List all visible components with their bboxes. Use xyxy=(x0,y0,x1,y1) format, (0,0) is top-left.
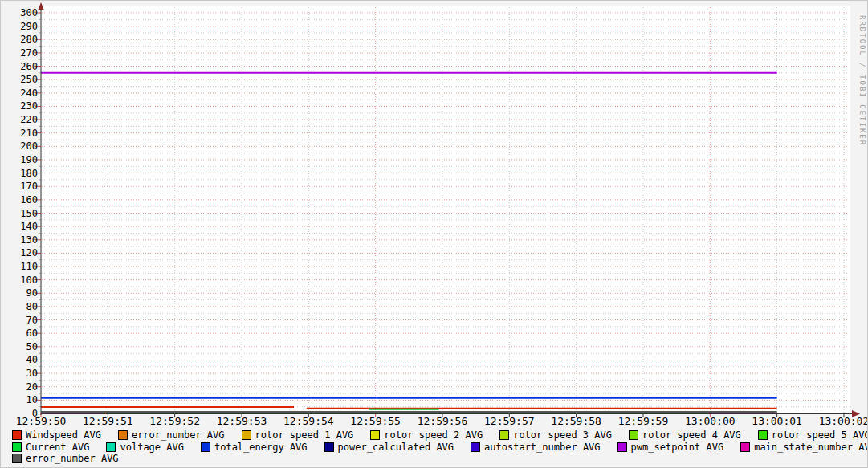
y-axis-label: 110 xyxy=(20,261,38,272)
legend-swatch-icon xyxy=(324,442,334,452)
y-axis-label: 180 xyxy=(20,168,38,179)
legend-swatch-icon xyxy=(12,442,22,452)
legend-label: Current AVG xyxy=(26,442,89,453)
legend-label: main_state_number AVG xyxy=(754,442,868,453)
y-axis-label: 50 xyxy=(26,341,38,352)
legend-swatch-icon xyxy=(471,442,480,452)
y-axis-label: 130 xyxy=(20,234,38,246)
y-axis-label: 290 xyxy=(20,21,38,32)
y-axis-label: 100 xyxy=(20,275,38,286)
x-axis-label: 12:59:57 xyxy=(484,415,535,427)
legend-item: error_number AVG xyxy=(12,453,119,464)
y-axis-label: 140 xyxy=(20,221,38,232)
legend-item: voltage AVG xyxy=(106,442,183,453)
legend-item: rotor speed 2 AVG xyxy=(370,429,483,441)
rrdtool-watermark: RRDTOOL / TOBI OETIKER xyxy=(858,15,866,146)
x-axis-label: 12:59:56 xyxy=(418,415,468,427)
legend-item: rotor speed 1 AVG xyxy=(242,429,354,441)
y-axis-label: 270 xyxy=(20,47,38,59)
y-axis-label: 20 xyxy=(26,381,38,393)
y-axis-label: 60 xyxy=(26,328,38,339)
legend-label: rotor speed 2 AVG xyxy=(384,429,483,441)
y-axis-label: 190 xyxy=(20,154,38,165)
y-axis-label: 70 xyxy=(26,315,38,326)
y-axis-label: 10 xyxy=(26,394,38,405)
x-axis-label: 12:59:54 xyxy=(283,415,334,427)
legend-item: rotor speed 5 AVG xyxy=(758,429,868,441)
x-axis-label: 12:59:52 xyxy=(149,415,200,427)
y-axis-label: 150 xyxy=(20,208,38,219)
y-axis-label: 260 xyxy=(20,61,38,72)
legend-item: autostart_number AVG xyxy=(471,442,601,453)
legend-label: voltage AVG xyxy=(120,442,183,453)
legend-label: pwm_setpoint AVG xyxy=(631,442,724,453)
y-axis-label: 80 xyxy=(26,301,38,312)
y-axis-label: 300 xyxy=(20,7,38,18)
legend-label: rotor speed 5 AVG xyxy=(772,429,868,441)
x-axis-label: 13:00:01 xyxy=(752,415,802,427)
x-axis-label: 12:59:51 xyxy=(83,415,133,427)
legend-item: total_energy AVG xyxy=(201,442,308,453)
legend: Windspeed AVGerror_number AVGrotor speed… xyxy=(12,429,863,465)
y-axis-label: 210 xyxy=(20,128,38,139)
legend-swatch-icon xyxy=(499,430,509,440)
rrdtool-graph: 0102030405060708090100110120130140150160… xyxy=(0,0,868,468)
legend-item: rotor speed 3 AVG xyxy=(499,429,612,441)
legend-swatch-icon xyxy=(740,442,750,452)
legend-item: Current AVG xyxy=(12,442,89,453)
plot-area xyxy=(42,6,850,414)
x-axis-label: 12:59:50 xyxy=(16,415,67,427)
x-axis-label: 12:59:58 xyxy=(551,415,601,427)
legend-swatch-icon xyxy=(758,430,768,440)
x-axis-label: 12:59:59 xyxy=(618,415,669,427)
legend-label: rotor speed 1 AVG xyxy=(255,429,354,441)
legend-label: power_calculated AVG xyxy=(338,442,454,453)
legend-label: error_number AVG xyxy=(132,429,225,441)
y-axis-label: 90 xyxy=(26,287,38,299)
y-axis-label: 120 xyxy=(20,247,38,258)
legend-item: pwm_setpoint AVG xyxy=(617,442,724,453)
legend-swatch-icon xyxy=(242,430,251,440)
y-axis-label: 230 xyxy=(20,100,38,112)
x-axis-label: 13:00:02 xyxy=(819,415,868,427)
y-axis-label: 280 xyxy=(20,34,38,45)
legend-label: Windspeed AVG xyxy=(26,429,101,441)
legend-label: autostart_number AVG xyxy=(484,442,601,453)
x-axis-label: 12:59:55 xyxy=(350,415,401,427)
y-axis-label: 220 xyxy=(20,114,38,125)
legend-item: Windspeed AVG xyxy=(12,429,101,441)
y-axis-label: 200 xyxy=(20,140,38,152)
y-axis-label: 40 xyxy=(26,354,38,365)
legend-swatch-icon xyxy=(201,442,210,452)
rrd-graph-svg: 0102030405060708090100110120130140150160… xyxy=(1,1,868,428)
legend-swatch-icon xyxy=(106,442,116,452)
legend-row-3: error_number AVG xyxy=(12,453,863,464)
legend-row-2: Current AVGvoltage AVGtotal_energy AVGpo… xyxy=(12,442,863,453)
legend-item: error_number AVG xyxy=(118,429,225,441)
legend-swatch-icon xyxy=(617,442,627,452)
legend-swatch-icon xyxy=(118,430,128,440)
legend-swatch-icon xyxy=(370,430,380,440)
legend-item: power_calculated AVG xyxy=(324,442,454,453)
legend-label: error_number AVG xyxy=(26,453,119,464)
legend-label: rotor speed 4 AVG xyxy=(642,429,741,441)
legend-item: rotor speed 4 AVG xyxy=(629,429,741,441)
x-axis-label: 13:00:00 xyxy=(685,415,736,427)
legend-label: total_energy AVG xyxy=(214,442,308,453)
y-axis-label: 30 xyxy=(26,368,38,379)
legend-swatch-icon xyxy=(12,430,22,440)
legend-row-1: Windspeed AVGerror_number AVGrotor speed… xyxy=(12,429,863,441)
legend-item: main_state_number AVG xyxy=(740,442,868,453)
legend-swatch-icon xyxy=(629,430,638,440)
x-axis-label: 12:59:53 xyxy=(217,415,267,427)
y-axis-label: 240 xyxy=(20,87,38,99)
y-axis-label: 170 xyxy=(20,181,38,192)
legend-swatch-icon xyxy=(12,454,22,463)
y-axis-label: 160 xyxy=(20,194,38,206)
legend-label: rotor speed 3 AVG xyxy=(513,429,612,441)
y-axis-label: 250 xyxy=(20,74,38,85)
